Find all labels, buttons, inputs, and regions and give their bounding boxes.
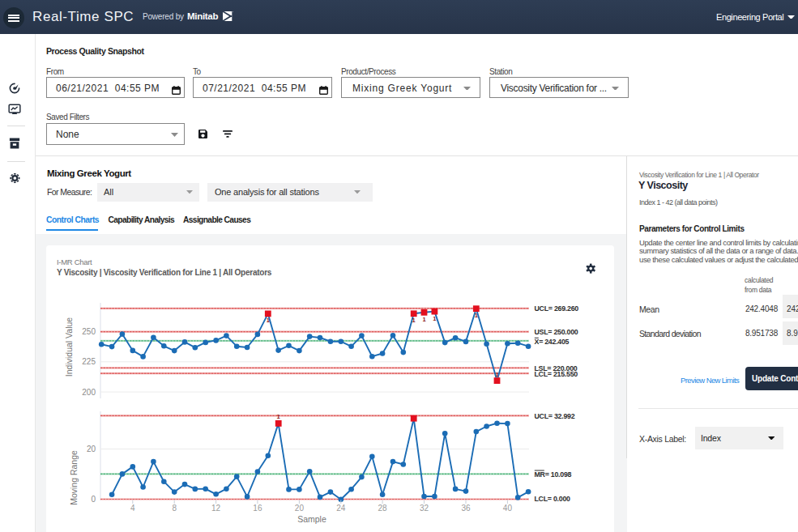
svg-text:20: 20: [295, 504, 305, 513]
svg-text:X= 242.405: X= 242.405: [535, 338, 570, 346]
svg-text:200: 200: [82, 388, 96, 397]
svg-text:USL= 250.000: USL= 250.000: [535, 328, 578, 336]
svg-text:250: 250: [82, 327, 96, 336]
svg-text:1: 1: [422, 316, 425, 323]
svg-text:UCL= 32.992: UCL= 32.992: [535, 412, 575, 420]
svg-text:32: 32: [420, 504, 429, 513]
svg-text:24: 24: [336, 504, 346, 513]
svg-text:1: 1: [412, 317, 416, 324]
svg-text:Moving Range: Moving Range: [69, 450, 79, 505]
svg-text:LCL= 215.550: LCL= 215.550: [535, 370, 578, 378]
svg-text:28: 28: [378, 504, 388, 513]
svg-text:36: 36: [461, 504, 471, 513]
svg-text:12: 12: [211, 504, 221, 513]
svg-text:225: 225: [82, 357, 96, 366]
svg-text:1: 1: [495, 371, 498, 378]
svg-text:0: 0: [91, 495, 96, 504]
svg-text:MR= 10.098: MR= 10.098: [535, 470, 572, 479]
svg-text:1: 1: [277, 413, 280, 420]
svg-text:20: 20: [87, 445, 96, 453]
svg-text:4: 4: [130, 504, 135, 513]
svg-text:40: 40: [503, 504, 513, 513]
svg-text:1: 1: [433, 315, 436, 322]
svg-text:UCL= 269.260: UCL= 269.260: [535, 304, 579, 313]
svg-text:Individual Value: Individual Value: [64, 317, 74, 377]
svg-text:LCL= 0.000: LCL= 0.000: [535, 495, 571, 503]
svg-text:16: 16: [253, 504, 262, 513]
svg-text:1: 1: [475, 312, 478, 319]
svg-text:Sample: Sample: [297, 514, 326, 524]
svg-text:8: 8: [172, 504, 177, 513]
svg-text:1: 1: [267, 317, 270, 324]
